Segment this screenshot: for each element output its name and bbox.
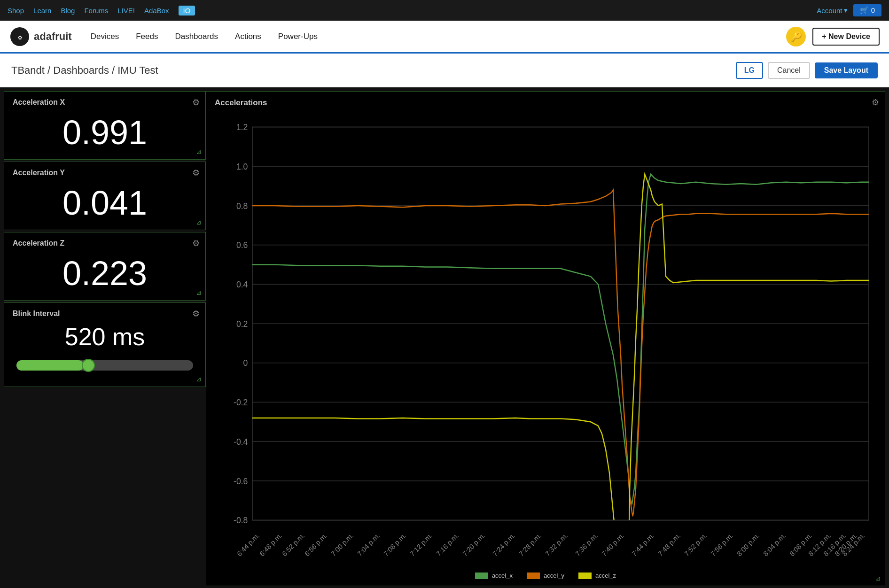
accel-y-gear-icon[interactable]: ⚙ <box>192 168 200 178</box>
chart-legend: accel_x accel_y accel_z <box>215 567 876 581</box>
cart-button[interactable]: 🛒 0 <box>853 4 881 16</box>
top-nav-right: Account ▾ 🛒 0 <box>817 4 881 16</box>
nav-devices[interactable]: Devices <box>91 32 119 41</box>
chart-gear-icon[interactable]: ⚙ <box>872 97 879 108</box>
svg-text:7:08 p.m.: 7:08 p.m. <box>382 532 407 558</box>
account-button[interactable]: Account ▾ <box>817 6 848 15</box>
svg-text:7:40 p.m.: 7:40 p.m. <box>600 532 625 558</box>
nav-feeds[interactable]: Feeds <box>136 32 158 41</box>
svg-text:7:28 p.m.: 7:28 p.m. <box>518 532 543 558</box>
chart-area: 1.2 1.0 0.8 0.6 0.4 0.2 0 -0.2 -0.4 -0.6… <box>215 111 876 567</box>
svg-text:-0.2: -0.2 <box>234 398 248 407</box>
svg-text:0.2: 0.2 <box>236 319 248 328</box>
cancel-button[interactable]: Cancel <box>768 62 810 79</box>
lg-button[interactable]: LG <box>736 62 763 79</box>
chart-title: Accelerations <box>215 98 876 108</box>
blink-slider-fill <box>16 360 84 371</box>
chart-corner-icon: ⊿ <box>875 574 881 582</box>
svg-text:1.0: 1.0 <box>236 162 248 171</box>
main-nav: ✿ adafruit Devices Feeds Dashboards Acti… <box>0 21 889 54</box>
svg-text:7:20 p.m.: 7:20 p.m. <box>461 532 486 558</box>
breadcrumb-actions: LG Cancel Save Layout <box>736 62 878 79</box>
top-nav: Shop Learn Blog Forums LIVE! AdaBox IO A… <box>0 0 889 21</box>
blink-widget: Blink Interval 520 ms ⚙ ⊿ <box>4 302 206 387</box>
svg-text:6:44 p.m.: 6:44 p.m. <box>236 532 261 558</box>
nav-live[interactable]: LIVE! <box>117 7 135 15</box>
breadcrumb: TBandt / Dashboards / IMU Test <box>11 64 158 77</box>
logo[interactable]: ✿ adafruit <box>9 26 72 47</box>
svg-text:-0.6: -0.6 <box>234 476 248 486</box>
svg-text:6:56 p.m.: 6:56 p.m. <box>304 532 328 558</box>
blink-slider-container <box>13 360 197 371</box>
accel-y-corner-icon: ⊿ <box>196 218 202 226</box>
svg-text:0.6: 0.6 <box>236 240 248 250</box>
nav-io[interactable]: IO <box>179 6 195 15</box>
nav-blog[interactable]: Blog <box>61 7 75 15</box>
svg-text:✿: ✿ <box>18 35 22 40</box>
top-nav-left: Shop Learn Blog Forums LIVE! AdaBox IO <box>8 6 195 15</box>
accel-z-gear-icon[interactable]: ⚙ <box>192 238 200 248</box>
main-nav-right: 🔑 + New Device <box>786 27 880 46</box>
logo-text: adafruit <box>34 31 72 43</box>
blink-corner-icon: ⊿ <box>196 375 202 383</box>
accel-y-widget: Acceleration Y 0.041 ⚙ ⊿ <box>4 162 206 230</box>
nav-dashboards[interactable]: Dashboards <box>175 32 218 41</box>
new-device-button[interactable]: + New Device <box>812 28 880 46</box>
blink-gear-icon[interactable]: ⚙ <box>192 309 200 319</box>
accel-y-value: 0.041 <box>13 179 197 225</box>
nav-learn[interactable]: Learn <box>33 7 51 15</box>
accel-x-value: 0.991 <box>13 108 197 155</box>
svg-text:7:32 p.m.: 7:32 p.m. <box>544 532 569 558</box>
svg-text:0.8: 0.8 <box>236 201 248 210</box>
accel-z-corner-icon: ⊿ <box>196 289 202 296</box>
accel-z-title: Acceleration Z <box>13 239 197 248</box>
svg-text:-0.4: -0.4 <box>234 437 248 446</box>
svg-text:7:12 p.m.: 7:12 p.m. <box>409 532 434 558</box>
svg-text:8:04 p.m.: 8:04 p.m. <box>762 532 787 558</box>
accel-y-title: Acceleration Y <box>13 169 197 177</box>
main-nav-left: ✿ adafruit Devices Feeds Dashboards Acti… <box>9 26 318 47</box>
nav-adabox[interactable]: AdaBox <box>144 7 169 15</box>
nav-shop[interactable]: Shop <box>8 7 24 15</box>
svg-text:6:52 p.m.: 6:52 p.m. <box>281 532 306 558</box>
legend-accel-x-label: accel_x <box>492 572 513 579</box>
accel-x-title: Acceleration X <box>13 98 197 107</box>
svg-text:8:00 p.m.: 8:00 p.m. <box>736 532 761 558</box>
svg-rect-2 <box>252 119 869 520</box>
blink-slider-track <box>16 360 193 371</box>
main-nav-links: Devices Feeds Dashboards Actions Power-U… <box>91 32 318 41</box>
svg-text:7:52 p.m.: 7:52 p.m. <box>683 532 708 558</box>
svg-text:7:48 p.m.: 7:48 p.m. <box>657 532 682 558</box>
legend-accel-z-label: accel_z <box>595 572 616 579</box>
svg-text:7:16 p.m.: 7:16 p.m. <box>435 532 460 558</box>
svg-text:7:00 p.m.: 7:00 p.m. <box>330 532 355 558</box>
save-layout-button[interactable]: Save Layout <box>815 62 878 78</box>
blink-slider-thumb[interactable] <box>82 359 95 372</box>
svg-text:7:56 p.m.: 7:56 p.m. <box>710 532 734 558</box>
legend-accel-y-color <box>527 573 540 579</box>
svg-text:1.2: 1.2 <box>236 123 248 132</box>
legend-accel-y: accel_y <box>527 572 564 579</box>
accel-x-corner-icon: ⊿ <box>196 148 202 155</box>
dashboard: Acceleration X 0.991 ⚙ ⊿ Acceleration Y … <box>0 87 889 588</box>
blink-title: Blink Interval <box>13 309 197 318</box>
accel-x-widget: Acceleration X 0.991 ⚙ ⊿ <box>4 91 206 160</box>
chart-widget: Accelerations ⚙ <box>206 91 885 586</box>
legend-accel-x-color <box>475 573 488 579</box>
accel-z-value: 0.223 <box>13 249 197 295</box>
legend-accel-z-color <box>578 573 592 579</box>
svg-text:7:36 p.m.: 7:36 p.m. <box>574 532 599 558</box>
svg-text:6:48 p.m.: 6:48 p.m. <box>258 532 283 558</box>
nav-forums[interactable]: Forums <box>84 7 108 15</box>
accel-z-widget: Acceleration Z 0.223 ⚙ ⊿ <box>4 232 206 301</box>
legend-accel-y-label: accel_y <box>544 572 564 579</box>
key-button[interactable]: 🔑 <box>786 27 806 46</box>
left-column: Acceleration X 0.991 ⚙ ⊿ Acceleration Y … <box>4 91 206 387</box>
nav-power-ups[interactable]: Power-Ups <box>278 32 318 41</box>
blink-value: 520 ms <box>13 320 197 356</box>
accel-x-gear-icon[interactable]: ⚙ <box>192 97 200 108</box>
svg-text:0: 0 <box>243 358 248 368</box>
svg-text:7:04 p.m.: 7:04 p.m. <box>356 532 381 558</box>
chart-svg: 1.2 1.0 0.8 0.6 0.4 0.2 0 -0.2 -0.4 -0.6… <box>215 111 876 567</box>
nav-actions[interactable]: Actions <box>235 32 261 41</box>
